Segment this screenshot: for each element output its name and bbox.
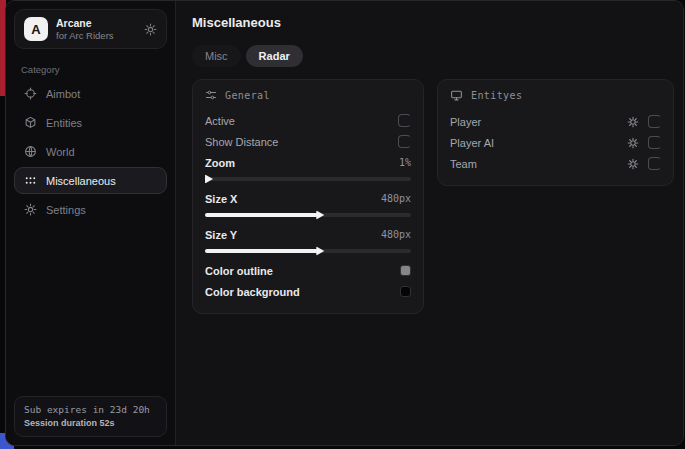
app-subtitle: for Arc Riders	[56, 30, 114, 42]
general-card-header: General	[205, 89, 411, 101]
team-settings-gear-icon[interactable]	[627, 158, 639, 170]
main-content: Miscellaneous Misc Radar General Active	[176, 1, 684, 445]
zoom-value: 1%	[399, 157, 411, 168]
size-x-slider-thumb[interactable]	[316, 211, 324, 220]
entity-row-player-ai: Player AI	[450, 132, 661, 153]
sidebar-item-label: Entities	[46, 117, 82, 129]
size-x-slider[interactable]	[205, 213, 411, 217]
sidebar-item-label: Settings	[46, 204, 86, 216]
entities-card: Entityes Player P	[437, 79, 674, 186]
size-x-slider-fill	[205, 213, 318, 217]
sliders-icon	[205, 89, 217, 101]
player-checkbox[interactable]	[648, 115, 661, 128]
entities-card-title: Entityes	[471, 90, 522, 101]
setting-row-size-x: Size X 480px	[205, 188, 411, 209]
app-settings-gear-icon[interactable]	[144, 23, 157, 36]
tab-radar[interactable]: Radar	[246, 45, 303, 67]
setting-row-active: Active	[205, 110, 411, 131]
size-y-slider-fill	[205, 249, 318, 253]
app-logo-texts: Arcane for Arc Riders	[56, 17, 114, 42]
setting-row-color-background: Color background	[205, 281, 411, 302]
entity-label: Player AI	[450, 137, 494, 149]
monitor-icon	[450, 89, 463, 102]
size-y-value: 480px	[381, 229, 411, 240]
session-duration-text: Session duration 52s	[24, 418, 157, 428]
show-distance-checkbox[interactable]	[398, 135, 411, 148]
player-ai-settings-gear-icon[interactable]	[627, 137, 639, 149]
setting-label: Color background	[205, 286, 300, 298]
entity-controls	[627, 157, 661, 170]
setting-label: Active	[205, 115, 235, 127]
gear-icon	[24, 203, 37, 216]
app-logo: A	[24, 17, 48, 41]
size-x-value: 480px	[381, 193, 411, 204]
entity-row-player: Player	[450, 111, 661, 132]
size-y-slider-thumb[interactable]	[316, 247, 324, 256]
subscription-info-card: Sub expires in 23d 20h Session duration …	[14, 396, 167, 437]
sidebar-item-aimbot[interactable]: Aimbot	[14, 80, 167, 107]
setting-label: Show Distance	[205, 136, 278, 148]
globe-icon	[24, 145, 37, 158]
entity-label: Team	[450, 158, 477, 170]
sidebar: A Arcane for Arc Riders Category Aimbot	[6, 1, 176, 445]
team-checkbox[interactable]	[648, 157, 661, 170]
active-checkbox[interactable]	[398, 114, 411, 127]
setting-label: Color outline	[205, 265, 273, 277]
setting-row-color-outline: Color outline	[205, 260, 411, 281]
crosshair-icon	[24, 87, 37, 100]
player-ai-checkbox[interactable]	[648, 136, 661, 149]
tab-misc[interactable]: Misc	[192, 45, 241, 67]
player-settings-gear-icon[interactable]	[627, 116, 639, 128]
entities-card-header: Entityes	[450, 89, 661, 102]
cards-area: General Active Show Distance Zoom 1%	[192, 79, 674, 314]
setting-row-show-distance: Show Distance	[205, 131, 411, 152]
entity-label: Player	[450, 116, 481, 128]
general-card-title: General	[225, 90, 270, 101]
sub-expiry-text: Sub expires in 23d 20h	[24, 404, 157, 415]
entity-controls	[627, 115, 661, 128]
setting-row-size-y: Size Y 480px	[205, 224, 411, 245]
page-title: Miscellaneous	[192, 15, 674, 30]
setting-label: Zoom	[205, 157, 235, 169]
entity-controls	[627, 136, 661, 149]
setting-row-zoom: Zoom 1%	[205, 152, 411, 173]
app-logo-card: A Arcane for Arc Riders	[14, 9, 167, 49]
zoom-slider[interactable]	[205, 177, 411, 181]
size-y-slider[interactable]	[205, 249, 411, 253]
app-title: Arcane	[56, 17, 114, 30]
setting-label: Size X	[205, 193, 237, 205]
category-label: Category	[21, 64, 160, 75]
tab-bar: Misc Radar	[192, 45, 674, 67]
sidebar-item-label: World	[46, 146, 75, 158]
sidebar-item-miscellaneous[interactable]: Miscellaneous	[14, 167, 167, 194]
sidebar-item-settings[interactable]: Settings	[14, 196, 167, 223]
sidebar-item-label: Miscellaneous	[46, 175, 116, 187]
grid-dots-icon	[24, 174, 37, 187]
setting-label: Size Y	[205, 229, 237, 241]
zoom-slider-thumb[interactable]	[205, 175, 213, 184]
app-window: A Arcane for Arc Riders Category Aimbot	[5, 0, 684, 446]
general-card: General Active Show Distance Zoom 1%	[192, 79, 424, 314]
sidebar-item-entities[interactable]: Entities	[14, 109, 167, 136]
color-outline-swatch[interactable]	[400, 265, 411, 276]
entity-row-team: Team	[450, 153, 661, 174]
sidebar-item-label: Aimbot	[46, 88, 80, 100]
cube-icon	[24, 116, 37, 129]
sidebar-item-world[interactable]: World	[14, 138, 167, 165]
color-background-swatch[interactable]	[400, 286, 411, 297]
